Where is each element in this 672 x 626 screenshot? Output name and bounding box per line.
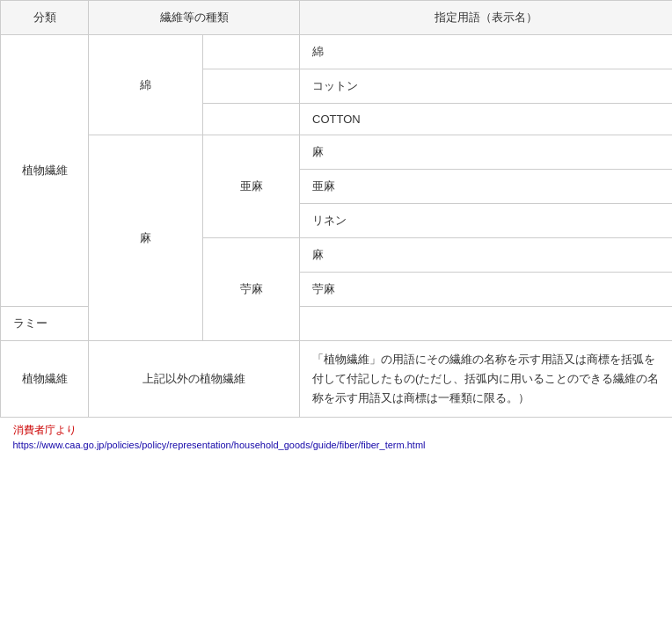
- term-asa: 麻: [300, 135, 673, 170]
- table-container: 分類 繊維等の種類 指定用語（表示名） 植物繊維 綿 綿 コットン COTTON: [0, 0, 672, 460]
- footer-url[interactable]: https://www.caa.go.jp/policies/policy/re…: [13, 440, 426, 450]
- header-fiber: 繊維等の種類: [89, 1, 300, 35]
- term-ramie-jp: 苧麻: [300, 273, 673, 307]
- fiber-table: 分類 繊維等の種類 指定用語（表示名） 植物繊維 綿 綿 コットン COTTON: [0, 0, 672, 460]
- fiber-other: 上記以外の植物繊維: [89, 341, 300, 418]
- sub-ramie: 苧麻: [203, 238, 300, 341]
- term-men: 綿: [300, 35, 673, 69]
- sub-empty-2: [203, 69, 300, 104]
- term-ramie-en: ラミー: [1, 307, 89, 341]
- category-plant: 植物繊維: [1, 35, 89, 307]
- sub-flax: 亜麻: [203, 135, 300, 238]
- term-asa-2: 麻: [300, 238, 673, 273]
- sub-empty-3: [203, 104, 300, 135]
- fiber-cotton: 綿: [89, 35, 203, 135]
- footer-source: 消費者庁より: [13, 423, 661, 438]
- table-row: 植物繊維 上記以外の植物繊維 「植物繊維」の用語にその繊維の名称を示す用語又は商…: [1, 341, 673, 418]
- term-linen: リネン: [300, 204, 673, 238]
- term-flax-jp: 亜麻: [300, 170, 673, 204]
- term-cotton-jp: コットン: [300, 69, 673, 104]
- fiber-hemp: 麻: [89, 135, 203, 341]
- term-cotton-en: COTTON: [300, 104, 673, 135]
- header-category: 分類: [1, 1, 89, 35]
- category-plant-2: 植物繊維: [1, 341, 89, 418]
- header-term: 指定用語（表示名）: [300, 1, 673, 35]
- term-other-note: 「植物繊維」の用語にその繊維の名称を示す用語又は商標を括弧を付して付記したもの(…: [300, 341, 673, 418]
- table-header-row: 分類 繊維等の種類 指定用語（表示名）: [1, 1, 673, 35]
- table-row: 植物繊維 綿 綿: [1, 35, 673, 69]
- footer-row: 消費者庁より https://www.caa.go.jp/policies/po…: [1, 418, 673, 461]
- sub-empty-1: [203, 35, 300, 69]
- table-row: 麻 亜麻 麻: [1, 135, 673, 170]
